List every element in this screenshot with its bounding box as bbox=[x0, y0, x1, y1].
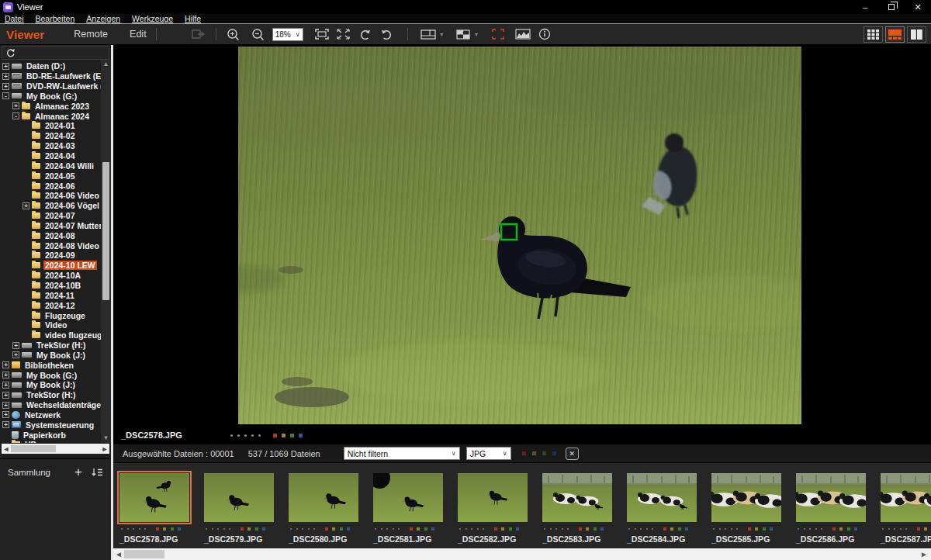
tree-item[interactable]: +DVD-RW-Laufwerk (F:) bbox=[0, 81, 101, 92]
fit-to-screen-icon[interactable] bbox=[313, 26, 331, 43]
label-filter-dots[interactable] bbox=[522, 451, 556, 455]
expand-icon[interactable]: + bbox=[2, 372, 9, 379]
tree-item[interactable]: 2024-04 bbox=[0, 151, 101, 161]
tree-item[interactable]: 2024-12 bbox=[0, 300, 101, 310]
refresh-button[interactable] bbox=[2, 46, 109, 60]
collapse-icon[interactable]: - bbox=[12, 112, 19, 119]
thumbnail-image[interactable] bbox=[373, 473, 443, 522]
filmstrip-thumbnail[interactable]: _DSC2584.JPG bbox=[627, 473, 697, 548]
expand-icon[interactable]: + bbox=[2, 411, 9, 418]
collapse-icon[interactable]: - bbox=[2, 92, 9, 99]
restore-button[interactable] bbox=[878, 0, 905, 14]
thumbnail-image[interactable] bbox=[627, 473, 697, 522]
filmstrip-thumbnail[interactable]: _DSC2581.JPG bbox=[373, 473, 443, 548]
thumbnail-image[interactable] bbox=[796, 473, 866, 522]
thumbnail-image[interactable] bbox=[881, 473, 931, 522]
filmstrip-thumbnail[interactable]: _DSC2585.JPG bbox=[711, 473, 781, 548]
tree-item[interactable]: 2024-07 Mutter bbox=[0, 221, 101, 231]
zoom-out-icon[interactable] bbox=[249, 26, 268, 43]
expand-icon[interactable]: + bbox=[2, 392, 9, 399]
tree-item[interactable]: +TrekStor (H:) bbox=[0, 340, 101, 351]
tree-item[interactable]: +Almanac 2023 bbox=[0, 101, 101, 111]
main-photo[interactable] bbox=[238, 47, 801, 424]
compare-view-button[interactable] bbox=[907, 26, 926, 43]
thumbnail-rating-row[interactable] bbox=[628, 527, 697, 531]
tree-item[interactable]: 2024-05 bbox=[0, 171, 101, 181]
thumbnail-rating-row[interactable] bbox=[882, 527, 931, 531]
tree-item[interactable]: +Netzwerk bbox=[0, 410, 101, 420]
tree-item[interactable]: -My Book (G:) bbox=[0, 92, 101, 102]
layout-dropdown-icon[interactable]: ▼ bbox=[439, 32, 445, 37]
thumbnail-image[interactable] bbox=[711, 473, 781, 522]
histogram-icon[interactable] bbox=[514, 26, 532, 43]
menu-anzeigen[interactable]: Anzeigen bbox=[81, 14, 127, 24]
tree-item[interactable]: Flugzeuge bbox=[0, 310, 101, 320]
compare-checker-icon[interactable] bbox=[454, 26, 472, 43]
tree-item[interactable]: +Bibliotheken bbox=[0, 360, 101, 370]
filmstrip-thumbnail[interactable]: _DSC2583.JPG bbox=[542, 473, 612, 548]
compare-dropdown-icon[interactable]: ▼ bbox=[474, 32, 479, 37]
tree-item[interactable]: +My Book (J:) bbox=[0, 350, 101, 360]
rotate-left-icon[interactable] bbox=[356, 26, 375, 43]
filmstrip-thumbnail[interactable]: _DSC2586.JPG bbox=[796, 473, 866, 548]
tree-hscroll-thumb[interactable] bbox=[11, 445, 56, 452]
tree-scroll-thumb[interactable] bbox=[102, 162, 109, 300]
expand-icon[interactable]: + bbox=[2, 63, 9, 70]
scroll-down-icon[interactable]: ▼ bbox=[103, 434, 109, 443]
filmstrip-thumbnail[interactable]: _DSC2578.JPG bbox=[119, 473, 189, 548]
tree-item[interactable]: 2024-01 bbox=[0, 121, 101, 131]
tree-item[interactable]: 2024-03 bbox=[0, 141, 101, 151]
close-button[interactable]: ✕ bbox=[905, 0, 931, 14]
tree-item[interactable]: 2024-06 Video bbox=[0, 191, 101, 201]
clear-filter-button[interactable]: ✕ bbox=[566, 448, 579, 460]
tree-item[interactable]: 2024-02 bbox=[0, 131, 101, 141]
zoom-level-select[interactable]: 18% ∨ bbox=[272, 28, 303, 41]
filmstrip-scrollbar[interactable]: ◄ ► bbox=[113, 548, 931, 560]
thumbnail-image[interactable] bbox=[204, 473, 274, 522]
filmstrip-thumbnail[interactable]: _DSC2587.JPG bbox=[881, 473, 931, 548]
tree-item[interactable]: 2024-08 Video bbox=[0, 240, 101, 251]
tab-edit[interactable]: Edit bbox=[130, 29, 147, 40]
scroll-right-icon[interactable]: ► bbox=[100, 445, 109, 453]
menu-datei[interactable]: Datei bbox=[0, 14, 31, 24]
minimize-button[interactable]: – bbox=[852, 0, 878, 14]
scroll-left-icon[interactable]: ◄ bbox=[113, 550, 124, 558]
tree-item[interactable]: +2024-06 Vögel bbox=[0, 201, 101, 211]
thumbnail-rating-row[interactable] bbox=[713, 527, 781, 531]
filmstrip-thumbnail[interactable]: _DSC2579.JPG bbox=[204, 473, 274, 548]
tree-vertical-scrollbar[interactable]: ▲ ▼ bbox=[101, 60, 111, 443]
sort-collection-button[interactable] bbox=[92, 468, 103, 478]
tree-item[interactable]: +Systemsteuerung bbox=[0, 420, 101, 430]
scroll-up-icon[interactable]: ▲ bbox=[103, 60, 109, 69]
info-icon[interactable] bbox=[535, 26, 554, 43]
filmstrip-thumbnail[interactable]: _DSC2580.JPG bbox=[289, 473, 358, 548]
thumbnail-rating-row[interactable] bbox=[544, 527, 612, 531]
expand-icon[interactable]: + bbox=[2, 73, 9, 80]
tree-item[interactable]: +My Book (G:) bbox=[0, 370, 101, 380]
tree-item[interactable]: +Daten (D:) bbox=[0, 61, 101, 71]
rating-row[interactable] bbox=[230, 434, 303, 437]
actual-size-icon[interactable] bbox=[334, 26, 353, 43]
rotate-right-icon[interactable] bbox=[378, 26, 396, 43]
thumbnail-rating-row[interactable] bbox=[121, 527, 189, 531]
tree-item[interactable]: Video bbox=[0, 320, 101, 330]
tree-item[interactable]: 2024-10B bbox=[0, 281, 101, 291]
menu-bearbeiten[interactable]: Bearbeiten bbox=[31, 14, 82, 24]
filter-select[interactable]: Nicht filtern ∨ bbox=[344, 447, 460, 460]
filmstrip-scroll-thumb[interactable] bbox=[124, 550, 164, 558]
focus-point-icon[interactable] bbox=[489, 26, 507, 43]
filmstrip-thumbnail[interactable]: _DSC2582.JPG bbox=[458, 473, 528, 548]
export-icon[interactable] bbox=[189, 26, 208, 43]
thumbnail-image[interactable] bbox=[119, 473, 189, 522]
tab-remote[interactable]: Remote bbox=[74, 29, 108, 40]
add-collection-button[interactable]: + bbox=[74, 467, 82, 478]
expand-icon[interactable]: + bbox=[12, 342, 19, 349]
thumbnail-image[interactable] bbox=[289, 473, 358, 522]
tree-item[interactable]: video flugzeuge bbox=[0, 330, 101, 340]
expand-icon[interactable]: + bbox=[22, 202, 29, 209]
tree-item[interactable]: 2024-10A bbox=[0, 271, 101, 281]
zoom-in-icon[interactable] bbox=[224, 26, 243, 43]
tree-item[interactable]: 2024-04 Willi bbox=[0, 161, 101, 171]
menu-hilfe[interactable]: Hilfe bbox=[180, 14, 208, 24]
tree-item[interactable]: 2024-10 LEW bbox=[0, 261, 101, 271]
